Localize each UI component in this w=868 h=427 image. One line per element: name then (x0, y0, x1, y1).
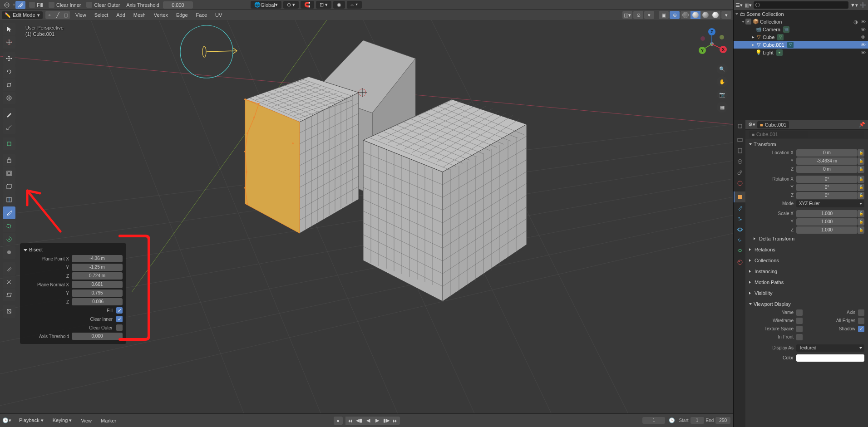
plane-normal-y-field[interactable]: 0.795 (72, 290, 123, 297)
clock-icon[interactable]: 🕒 (669, 417, 675, 423)
tool-spin[interactable] (3, 233, 15, 245)
properties-editor-icon[interactable]: ⚙▾ (748, 122, 755, 128)
jump-prev-key[interactable]: ◀▮ (355, 417, 364, 425)
mesh-display-toggle[interactable]: ◫▾ (622, 11, 632, 19)
timeline-view[interactable]: View (78, 417, 94, 424)
tool-annotate[interactable] (3, 108, 15, 121)
pivot-dropdown[interactable]: ⊙ ▾ (283, 1, 299, 9)
scene-collection-row[interactable]: 🗀Scene Collection (734, 10, 868, 18)
outliner-item-cube001[interactable]: ▸▽Cube.001▽👁 (734, 41, 868, 49)
loc-y-field[interactable]: -3.4634 m (796, 157, 858, 165)
menu-select[interactable]: Select (92, 11, 111, 19)
shading-rendered[interactable] (710, 11, 720, 19)
tab-material[interactable] (734, 257, 745, 268)
loc-z-field[interactable]: 0 m (796, 166, 858, 173)
sec-motion[interactable]: Motion Paths (749, 278, 864, 287)
tab-physics[interactable] (734, 224, 745, 235)
tool-measure[interactable] (3, 121, 15, 134)
breadcrumb[interactable]: ■ Cube.001 (757, 121, 789, 128)
name-checkbox[interactable] (796, 309, 803, 316)
shading-dropdown[interactable]: ▾ (721, 11, 731, 19)
tool-select[interactable] (3, 23, 15, 35)
tool-extrude[interactable] (3, 154, 15, 167)
tool-scale[interactable] (3, 79, 15, 91)
tab-object[interactable] (734, 191, 745, 202)
camera-icon[interactable]: 📷 (717, 89, 728, 100)
rot-x-field[interactable]: 0° (796, 176, 858, 183)
jump-next-key[interactable]: ▮▶ (382, 417, 391, 425)
autokey-toggle[interactable]: ● (334, 417, 343, 425)
tool-edge-slide[interactable] (3, 262, 15, 275)
lock-icon[interactable]: 🔓 (858, 166, 864, 173)
pan-icon[interactable]: ✋ (717, 76, 728, 87)
operator-title[interactable]: Bisect (24, 246, 123, 254)
tab-output[interactable] (734, 145, 745, 156)
clear-inner-checkbox[interactable]: Clear Inner (49, 2, 81, 8)
tab-data[interactable] (734, 246, 745, 257)
tool-shrink[interactable] (3, 275, 15, 288)
outliner-editor-icon[interactable]: ☰▾ (735, 2, 743, 8)
scale-x-field[interactable]: 1.000 (796, 210, 858, 217)
plane-point-z-field[interactable]: 0.724 m (72, 272, 123, 280)
plane-normal-x-field[interactable]: 0.601 (72, 281, 123, 288)
snap-dropdown[interactable]: ⊡ ▾ (316, 1, 331, 9)
sec-instancing[interactable]: Instancing (749, 267, 864, 276)
menu-mesh[interactable]: Mesh (131, 11, 148, 19)
axis-z[interactable]: Z (708, 28, 715, 35)
axis-x[interactable]: X (720, 46, 727, 53)
ortho-icon[interactable]: ▦ (717, 102, 728, 113)
tab-tool[interactable] (734, 121, 745, 132)
timeline-marker[interactable]: Marker (98, 417, 119, 424)
show-gizmo-toggle[interactable]: ⊕ (670, 11, 680, 19)
collection-row[interactable]: ✓📦Collection◑👁 (734, 18, 868, 25)
outliner-item-camera[interactable]: 📹Camera📹👁 (734, 25, 868, 33)
rot-z-field[interactable]: 0° (796, 192, 858, 199)
op-threshold-field[interactable]: 0.000 (72, 333, 123, 340)
orientation-dropdown[interactable]: 🌐 Global ▾ (251, 1, 281, 9)
filter-icon[interactable]: ▼▾ (850, 2, 858, 8)
axis-neg-y[interactable] (720, 35, 724, 39)
tool-shear[interactable] (3, 289, 15, 301)
infront-checkbox[interactable] (796, 334, 803, 340)
select-mode-vertex[interactable]: ▫ (45, 11, 54, 19)
shading-material[interactable] (700, 11, 710, 19)
timeline-editor-icon[interactable]: 🕒▾ (2, 417, 12, 425)
select-mode-face[interactable]: ▢ (62, 11, 70, 19)
menu-edge[interactable]: Edge (173, 11, 191, 19)
tool-loop-cut[interactable] (3, 193, 15, 206)
plane-normal-z-field[interactable]: -0.086 (72, 298, 123, 305)
tab-constraints[interactable] (734, 235, 745, 246)
viewport-overlays-toggle[interactable]: ⊙ (633, 11, 643, 19)
color-field[interactable] (796, 354, 864, 362)
proportional-toggle[interactable]: ◉ (333, 1, 345, 9)
pin-icon[interactable]: 📌 (859, 122, 865, 128)
snap-toggle[interactable]: 🧲 (301, 1, 314, 9)
sec-visibility[interactable]: Visibility (749, 289, 864, 298)
op-clear-outer-checkbox[interactable] (116, 324, 123, 331)
tab-render[interactable] (734, 134, 745, 145)
op-clear-inner-checkbox[interactable]: ✓ (116, 316, 123, 322)
display-as-dropdown[interactable]: Textured (796, 344, 864, 352)
tab-view-layer[interactable] (734, 156, 745, 167)
scale-z-field[interactable]: 1.000 (796, 226, 858, 234)
viewport-overlays-dropdown[interactable]: ▾ (644, 11, 654, 19)
tool-transform[interactable] (3, 92, 15, 104)
sec-viewport-display[interactable]: Viewport Display (749, 299, 864, 309)
axis-checkbox[interactable] (858, 309, 864, 316)
tab-scene[interactable] (734, 167, 745, 178)
fill-checkbox[interactable]: Fill (29, 2, 43, 8)
outliner-item-cube[interactable]: ▸▽Cube▽👁 (734, 33, 868, 41)
axis-threshold-field[interactable]: 0.000 (163, 1, 193, 9)
sec-delta[interactable]: Delta Transform (749, 234, 864, 243)
tool-cursor[interactable] (3, 36, 15, 49)
texspace-checkbox[interactable] (796, 326, 803, 332)
xray-toggle[interactable]: ▣ (659, 11, 669, 19)
zoom-icon[interactable]: 🔍 (717, 64, 728, 74)
start-frame[interactable]: 1 (690, 417, 704, 424)
lock-icon[interactable]: 🔓 (858, 149, 864, 157)
select-mode-edge[interactable]: ╱ (54, 11, 62, 19)
all-edges-checkbox[interactable] (858, 318, 864, 324)
end-frame[interactable]: 250 (715, 417, 730, 424)
shading-wireframe[interactable] (681, 11, 690, 19)
loc-x-field[interactable]: 0 m (796, 149, 858, 157)
